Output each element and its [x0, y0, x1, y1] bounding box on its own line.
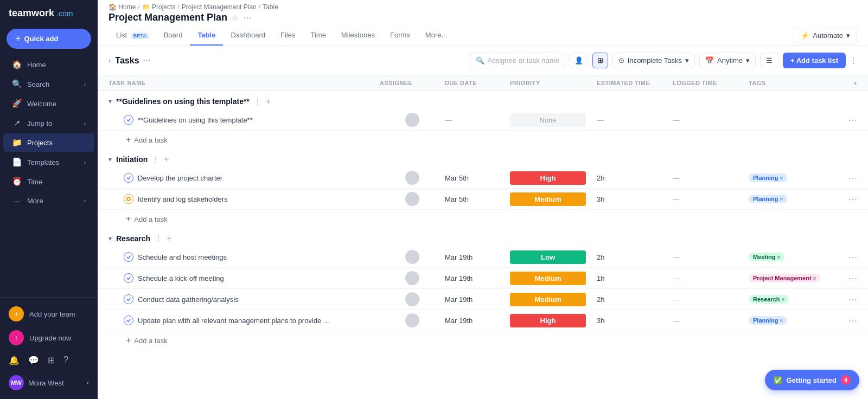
sidebar-item-projects[interactable]: 📁 Projects [3, 133, 94, 152]
grid-icon[interactable]: ⊞ [48, 355, 55, 365]
tab-forms[interactable]: Forms [382, 25, 418, 46]
view-toggle-button[interactable]: ⊞ [592, 53, 608, 68]
tag-project-mgmt-r2[interactable]: Project Management × [749, 274, 820, 282]
section-menu-research[interactable]: ⋮ [155, 234, 162, 243]
tab-dashboard[interactable]: Dashboard [223, 25, 273, 46]
columns-filter[interactable]: ☰ [760, 53, 778, 68]
task-name-r4[interactable]: Update plan with all relevant management… [138, 317, 329, 325]
priority-badge-i2[interactable]: Medium [510, 192, 586, 206]
priority-badge-g1[interactable]: None [510, 113, 586, 127]
person-filter-button[interactable]: 👤 [570, 53, 588, 68]
row-more-r4[interactable]: ⋯ [835, 316, 857, 326]
tasks-menu-icon[interactable]: ⋯ [143, 56, 150, 65]
sidebar-item-home[interactable]: 🏠 Home [3, 55, 94, 74]
task-check-r3[interactable] [124, 294, 133, 304]
quick-add-button[interactable]: + Quick add [7, 29, 91, 49]
collapse-sidebar-icon[interactable]: ‹ [87, 379, 89, 387]
tasks-toolbar: › Tasks ⋯ 🔍 Assignee or task name 👤 ⊞ ⊙ … [98, 46, 868, 75]
section-add-research[interactable]: + [167, 234, 171, 243]
th-add-col[interactable]: + [835, 80, 857, 86]
section-add-initiation[interactable]: + [164, 155, 169, 164]
tab-milestones[interactable]: Milestones [334, 25, 382, 46]
section-chevron-research[interactable]: ▾ [108, 235, 112, 242]
task-check-i2[interactable] [124, 194, 133, 204]
task-name-r3[interactable]: Conduct data gathering/analysis [138, 295, 239, 304]
section-menu-initiation[interactable]: ⋮ [152, 155, 159, 164]
priority-badge-i1[interactable]: High [510, 171, 586, 185]
tag-close-icon-4[interactable]: × [813, 275, 816, 281]
tab-table[interactable]: Table [190, 25, 223, 46]
sidebar-item-jumpto[interactable]: ↗ Jump to › [3, 114, 94, 132]
task-check-r4[interactable] [124, 316, 133, 325]
task-name-g1[interactable]: **Guidelines on using this template** [138, 116, 253, 124]
bell-icon[interactable]: 🔔 [9, 355, 20, 365]
add-team-button[interactable]: + Add your team [0, 302, 98, 326]
tab-board[interactable]: Board [156, 25, 190, 46]
priority-badge-r4[interactable]: High [510, 314, 586, 327]
tab-files[interactable]: Files [273, 25, 303, 46]
task-name-i1[interactable]: Develop the project charter [138, 174, 222, 182]
row-more-g1[interactable]: ⋯ [835, 115, 857, 125]
row-more-i2[interactable]: ⋯ [835, 194, 857, 204]
add-task-guidelines[interactable]: + Add a task [98, 131, 868, 149]
time-filter[interactable]: 📅 Anytime ▾ [699, 53, 756, 68]
priority-badge-r2[interactable]: Medium [510, 272, 586, 285]
section-chevron-initiation[interactable]: ▾ [108, 156, 112, 163]
tag-planning-i2[interactable]: Planning × [749, 195, 787, 203]
add-task-research[interactable]: + Add a task [98, 331, 868, 350]
task-check-i1[interactable] [124, 173, 133, 183]
breadcrumb-projects[interactable]: 📁 Projects [142, 3, 176, 11]
help-icon[interactable]: ? [63, 355, 68, 365]
tag-meeting-r1[interactable]: Meeting × [749, 253, 784, 261]
row-more-i1[interactable]: ⋯ [835, 173, 857, 183]
tag-close-icon-5[interactable]: × [782, 297, 785, 303]
folder-icon: 📁 [12, 138, 22, 147]
row-more-r3[interactable]: ⋯ [835, 294, 857, 305]
task-check-g1[interactable] [124, 115, 133, 125]
tasks-chevron-icon[interactable]: › [108, 56, 111, 65]
priority-badge-r3[interactable]: Medium [510, 293, 586, 306]
incomplete-tasks-filter[interactable]: ⊙ Incomplete Tasks ▾ [612, 53, 695, 68]
chat-icon[interactable]: 💬 [28, 355, 39, 365]
section-chevron-guidelines[interactable]: ▾ [108, 98, 112, 105]
breadcrumb-table[interactable]: Table [263, 3, 278, 11]
section-add-guidelines[interactable]: + [266, 96, 271, 106]
tag-close-icon-6[interactable]: × [780, 318, 783, 324]
task-name-i2[interactable]: Identify and log stakeholders [138, 195, 228, 203]
add-task-initiation[interactable]: + Add a task [98, 210, 868, 228]
breadcrumb-home[interactable]: 🏠 Home [108, 3, 136, 11]
tag-planning-i1[interactable]: Planning × [749, 173, 787, 182]
tag-close-icon-3[interactable]: × [777, 254, 781, 260]
breadcrumb-project[interactable]: Project Management Plan [182, 3, 257, 11]
tag-research-r3[interactable]: Research × [749, 295, 789, 304]
automate-button[interactable]: ⚡ Automate ▾ [794, 28, 857, 43]
sidebar-item-welcome[interactable]: 🚀 Welcome [3, 94, 94, 113]
star-icon[interactable]: ☆ [232, 14, 239, 22]
row-more-r1[interactable]: ⋯ [835, 252, 857, 262]
add-task-list-button[interactable]: + Add task list [783, 53, 846, 68]
getting-started-button[interactable]: ✅ Getting started 4 [765, 370, 859, 390]
sidebar-item-search[interactable]: 🔍 Search › [3, 75, 94, 93]
task-check-r1[interactable] [124, 252, 133, 262]
user-profile[interactable]: MW Moira West ‹ [0, 371, 98, 395]
project-menu-icon[interactable]: ⋯ [243, 12, 252, 23]
toolbar-more-icon[interactable]: ⋮ [850, 56, 857, 65]
search-box[interactable]: 🔍 Assignee or task name [470, 53, 565, 68]
task-name-r1[interactable]: Schedule and host meetings [138, 253, 227, 261]
upgrade-button[interactable]: ↑ Upgrade now [0, 326, 98, 350]
task-name-r2[interactable]: Schedule a kick off meeting [138, 274, 224, 282]
task-check-r2[interactable] [124, 273, 133, 283]
tag-planning-r4[interactable]: Planning × [749, 316, 787, 325]
tag-close-icon-2[interactable]: × [780, 196, 783, 202]
tab-time[interactable]: Time [303, 25, 333, 46]
row-more-r2[interactable]: ⋯ [835, 273, 857, 284]
priority-badge-r1[interactable]: Low [510, 250, 586, 264]
sidebar-item-more[interactable]: ··· More › [3, 192, 94, 210]
rocket-icon: 🚀 [12, 99, 22, 108]
tag-close-icon[interactable]: × [780, 175, 783, 181]
section-menu-guidelines[interactable]: ⋮ [254, 97, 261, 106]
sidebar-item-templates[interactable]: 📄 Templates › [3, 153, 94, 171]
tab-more[interactable]: More... [418, 25, 455, 46]
tab-list[interactable]: List BETA [108, 25, 156, 46]
sidebar-item-time[interactable]: ⏰ Time [3, 172, 94, 191]
